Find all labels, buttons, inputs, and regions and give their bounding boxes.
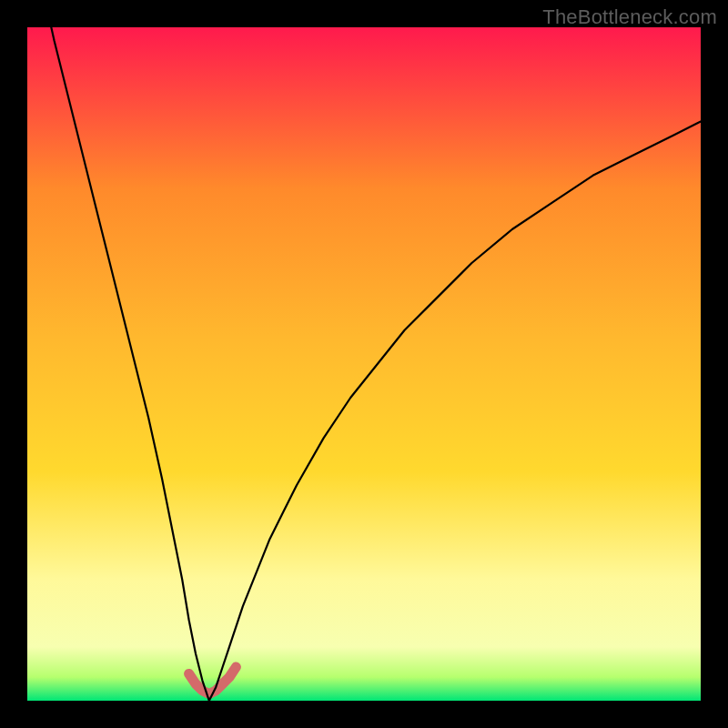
plot-area <box>27 27 701 701</box>
v-highlight-segment <box>189 667 237 694</box>
watermark-text: TheBottleneck.com <box>542 5 717 29</box>
chart-stage: TheBottleneck.com <box>0 0 728 728</box>
bottleneck-curve <box>27 27 701 701</box>
curve-layer <box>27 27 701 701</box>
